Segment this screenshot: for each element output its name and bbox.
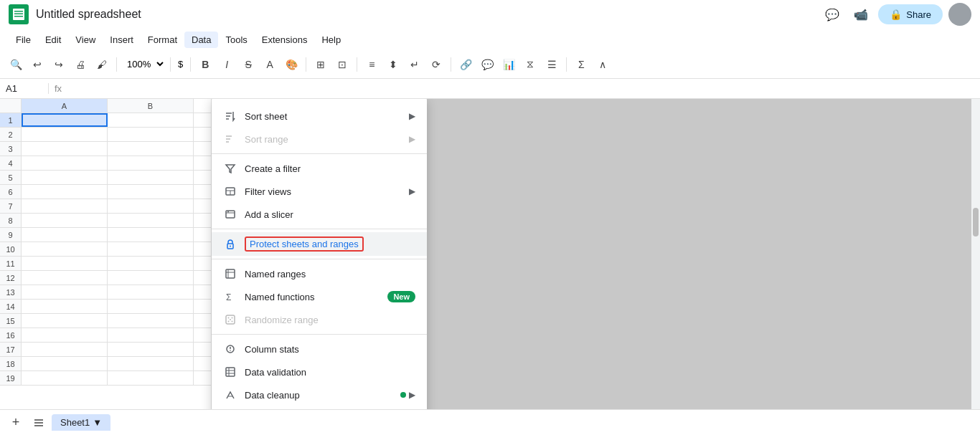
paint-format-button[interactable]: 🖌 <box>92 54 112 75</box>
fill-color-button[interactable]: 🎨 <box>281 54 301 75</box>
split-text-item[interactable]: Split text to columns <box>212 406 427 409</box>
cell-reference[interactable]: A1 <box>6 83 49 94</box>
cell[interactable] <box>22 357 108 371</box>
menu-extensions[interactable]: Extensions <box>255 32 315 48</box>
align-button[interactable]: ≡ <box>362 54 382 75</box>
row-num: 12 <box>0 271 22 285</box>
cell[interactable] <box>108 343 194 356</box>
cell[interactable] <box>22 142 108 156</box>
cell[interactable] <box>108 185 194 199</box>
col-header-a[interactable]: A <box>22 99 108 113</box>
search-button[interactable]: 🔍 <box>6 54 26 75</box>
cell[interactable] <box>108 257 194 270</box>
cell[interactable] <box>108 228 194 242</box>
cell[interactable] <box>108 357 194 371</box>
data-cleanup-item[interactable]: Data cleanup ▶ <box>212 383 427 406</box>
cell[interactable] <box>22 257 108 270</box>
cell[interactable] <box>22 156 108 170</box>
row-num-1: 1 <box>0 113 22 127</box>
cell[interactable] <box>22 185 108 199</box>
sort-range-item[interactable]: Sort range ▶ <box>212 128 427 150</box>
borders-button[interactable]: ⊞ <box>311 54 331 75</box>
rotate-button[interactable]: ⟳ <box>426 54 446 75</box>
cell[interactable] <box>108 142 194 156</box>
sort-sheet-item[interactable]: Sort sheet ▶ <box>212 105 427 128</box>
data-validation-item[interactable]: Data validation <box>212 360 427 383</box>
cell[interactable] <box>22 371 108 385</box>
add-sheet-button[interactable]: + <box>6 413 26 433</box>
cell[interactable] <box>22 199 108 213</box>
v-scroll-thumb[interactable] <box>973 208 979 236</box>
table-row: 5 <box>0 171 211 185</box>
cell-b1[interactable] <box>108 113 194 127</box>
meet-button[interactable]: 📹 <box>849 3 872 26</box>
menu-format[interactable]: Format <box>141 32 184 48</box>
font-color-button[interactable]: A <box>260 54 280 75</box>
redo-button[interactable]: ↪ <box>49 54 69 75</box>
cell[interactable] <box>22 214 108 227</box>
cell[interactable] <box>22 343 108 356</box>
cell[interactable] <box>108 285 194 299</box>
functions-button[interactable]: Σ <box>571 54 591 75</box>
account-icon[interactable] <box>948 3 971 26</box>
menu-file[interactable]: File <box>9 32 38 48</box>
menu-edit[interactable]: Edit <box>38 32 68 48</box>
randomize-range-item[interactable]: Randomize range <box>212 308 427 331</box>
cell[interactable] <box>108 271 194 285</box>
menu-help[interactable]: Help <box>314 32 348 48</box>
menu-view[interactable]: View <box>68 32 103 48</box>
cell[interactable] <box>108 199 194 213</box>
cell-a1[interactable] <box>22 113 108 127</box>
alt-filter-button[interactable]: ☰ <box>542 54 562 75</box>
print-button[interactable]: 🖨 <box>70 54 90 75</box>
menu-data[interactable]: Data <box>184 32 218 48</box>
merge-button[interactable]: ⊡ <box>332 54 352 75</box>
menu-insert[interactable]: Insert <box>103 32 141 48</box>
cell[interactable] <box>108 128 194 141</box>
cell[interactable] <box>108 300 194 313</box>
link-button[interactable]: 🔗 <box>456 54 476 75</box>
cell[interactable] <box>22 328 108 342</box>
cell[interactable] <box>22 271 108 285</box>
create-filter-item[interactable]: Create a filter <box>212 157 427 180</box>
cell[interactable] <box>108 314 194 328</box>
v-scrollbar[interactable] <box>971 99 980 409</box>
svg-point-28 <box>232 321 233 322</box>
cell[interactable] <box>108 214 194 227</box>
cell[interactable] <box>108 328 194 342</box>
undo-button[interactable]: ↩ <box>27 54 47 75</box>
sheet1-tab[interactable]: Sheet1 ▼ <box>52 414 110 431</box>
zoom-select[interactable]: 100% <box>121 57 166 72</box>
cell[interactable] <box>22 314 108 328</box>
named-ranges-item[interactable]: Named ranges <box>212 262 427 285</box>
comment-button[interactable]: 💬 <box>477 54 497 75</box>
share-button[interactable]: 🔒 Share <box>878 4 943 24</box>
filter-views-item[interactable]: Filter views ▶ <box>212 180 427 203</box>
all-sheets-button[interactable] <box>29 413 49 433</box>
cell[interactable] <box>22 300 108 313</box>
valign-button[interactable]: ⬍ <box>383 54 403 75</box>
comments-button[interactable]: 💬 <box>821 3 844 26</box>
menu-tools[interactable]: Tools <box>218 32 254 48</box>
cell[interactable] <box>22 242 108 256</box>
cell[interactable] <box>22 128 108 141</box>
filter-button[interactable]: ⧖ <box>520 54 540 75</box>
bold-button[interactable]: B <box>195 54 215 75</box>
chart-button[interactable]: 📊 <box>499 54 519 75</box>
cell[interactable] <box>22 285 108 299</box>
wrap-button[interactable]: ↵ <box>405 54 425 75</box>
expand-button[interactable]: ∧ <box>593 54 613 75</box>
column-stats-item[interactable]: Column stats <box>212 338 427 360</box>
named-functions-item[interactable]: Σ Named functions New <box>212 285 427 308</box>
cell[interactable] <box>108 371 194 385</box>
col-header-b[interactable]: B <box>108 99 194 113</box>
cell[interactable] <box>22 171 108 184</box>
add-slicer-item[interactable]: Add a slicer <box>212 203 427 226</box>
strikethrough-button[interactable]: S <box>238 54 258 75</box>
italic-button[interactable]: I <box>217 54 237 75</box>
protect-sheets-item[interactable]: Protect sheets and ranges <box>212 232 427 256</box>
cell[interactable] <box>22 228 108 242</box>
cell[interactable] <box>108 242 194 256</box>
cell[interactable] <box>108 171 194 184</box>
cell[interactable] <box>108 156 194 170</box>
